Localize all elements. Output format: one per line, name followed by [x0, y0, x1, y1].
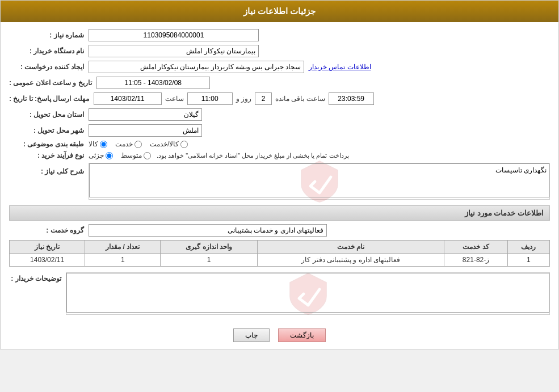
reply-time-label: ساعت — [165, 95, 184, 103]
category-kalakhedmat[interactable]: کالا/خدمت — [150, 140, 188, 148]
category-kalakhedmat-radio[interactable] — [180, 141, 188, 148]
remaining-label: ساعت باقی مانده — [275, 95, 325, 103]
table-row: 1 ز-82-821 فعالیتهای اداره و پشتیبانی دف… — [10, 254, 550, 267]
cell-quantity: 1 — [85, 254, 161, 267]
announce-row: تاریخ و ساعت اعلان عمومی : — [9, 77, 550, 89]
city-label: شهر محل تحویل : — [9, 127, 89, 134]
need-number-input[interactable] — [89, 29, 259, 41]
buyer-org-input[interactable] — [89, 45, 259, 57]
cell-row-num: 1 — [507, 254, 549, 267]
province-label: استان محل تحویل : — [9, 111, 89, 119]
category-khedmat-label: خدمت — [115, 140, 133, 148]
col-quantity: تعداد / مقدار — [85, 241, 161, 254]
page-title: جزئیات اطلاعات نیاز — [243, 6, 316, 16]
process-motavasset-radio[interactable] — [144, 152, 151, 159]
process-label: نوع فرآیند خرید : — [9, 151, 89, 159]
services-section-title: اطلاعات خدمات مورد نیاز — [9, 205, 550, 221]
buyer-desc-textarea[interactable] — [66, 273, 549, 313]
reply-deadline-row: ساعت باقی مانده روز و ساعت مهلت ارسال پا… — [9, 92, 550, 105]
category-kalakhedmat-label: کالا/خدمت — [150, 140, 179, 148]
process-jozii-radio[interactable] — [106, 152, 113, 159]
buyer-desc-row: توضیحات خریدار : — [9, 272, 550, 315]
category-kala-label: کالا — [89, 140, 98, 148]
description-row: نگهداری تاسیسات شرح کلی نیاز : — [9, 163, 550, 200]
contact-link[interactable]: اطلاعات تماس خریدار — [309, 63, 371, 71]
description-textarea[interactable]: نگهداری تاسیسات — [89, 163, 549, 197]
city-input[interactable] — [89, 124, 202, 137]
category-row: کالا/خدمت خدمت کالا طبقه بندی موضوعی : — [9, 140, 550, 148]
cell-unit: 1 — [161, 254, 258, 267]
services-table: ردیف کد خدمت نام خدمت واحد اندازه گیری ت… — [9, 240, 550, 267]
reply-deadline-label: مهلت ارسال پاسخ: تا تاریخ : — [9, 95, 94, 103]
province-row: استان محل تحویل : — [9, 108, 550, 121]
col-row-num: ردیف — [507, 241, 549, 254]
category-label: طبقه بندی موضوعی : — [9, 140, 89, 148]
col-need-date: تاریخ نیاز — [10, 241, 85, 254]
creator-input[interactable] — [89, 61, 304, 73]
content-area: شماره نیاز : نام دستگاه خریدار : اطلاعات… — [1, 22, 558, 322]
category-kala[interactable]: کالا — [89, 140, 107, 148]
process-motavasset[interactable]: متوسط — [121, 151, 151, 159]
remaining-input[interactable] — [329, 92, 374, 105]
page-wrapper: جزئیات اطلاعات نیاز شماره نیاز : نام دست… — [0, 0, 559, 349]
reply-date-input[interactable] — [94, 92, 162, 105]
creator-row: اطلاعات تماس خریدار ایجاد کننده درخواست … — [9, 61, 550, 73]
service-group-label: گروه خدمت : — [9, 226, 89, 234]
province-input[interactable] — [89, 108, 202, 121]
buyer-org-label: نام دستگاه خریدار : — [9, 47, 89, 55]
buyer-desc-label: توضیحات خریدار : — [9, 272, 66, 283]
service-group-row: گروه خدمت : — [9, 224, 550, 237]
back-button[interactable]: بازگشت — [278, 328, 326, 342]
cell-service-code: ز-82-821 — [444, 254, 507, 267]
footer-buttons: بازگشت چاپ — [1, 322, 558, 349]
cell-need-date: 1403/02/11 — [10, 254, 85, 267]
reply-time-input[interactable] — [187, 92, 233, 105]
service-group-input[interactable] — [89, 224, 327, 237]
city-row: شهر محل تحویل : — [9, 124, 550, 137]
col-unit: واحد اندازه گیری — [161, 241, 258, 254]
page-header: جزئیات اطلاعات نیاز — [1, 1, 558, 22]
days-input[interactable] — [255, 92, 272, 105]
process-motavasset-label: متوسط — [121, 151, 142, 159]
cell-service-name: فعالیتهای اداره و پشتیبانی دفتر کار — [257, 254, 444, 267]
process-jozii[interactable]: جزئی — [89, 151, 113, 159]
announce-input[interactable] — [96, 77, 210, 89]
description-label: شرح کلی نیاز : — [9, 163, 89, 175]
services-table-section: ردیف کد خدمت نام خدمت واحد اندازه گیری ت… — [9, 240, 550, 267]
col-service-name: نام خدمت — [257, 241, 444, 254]
category-khedmat[interactable]: خدمت — [115, 140, 142, 148]
buyer-org-row: نام دستگاه خریدار : — [9, 45, 550, 57]
process-jozii-label: جزئی — [89, 151, 104, 159]
announce-label: تاریخ و ساعت اعلان عمومی : — [9, 79, 96, 87]
category-kala-radio[interactable] — [100, 141, 107, 148]
col-service-code: کد خدمت — [444, 241, 507, 254]
creator-label: ایجاد کننده درخواست : — [9, 63, 89, 71]
days-label: روز و — [236, 95, 251, 103]
need-number-label: شماره نیاز : — [9, 31, 89, 39]
print-button[interactable]: چاپ — [233, 328, 270, 342]
category-khedmat-radio[interactable] — [135, 141, 142, 148]
need-number-row: شماره نیاز : — [9, 29, 550, 41]
process-row: پرداخت تمام یا بخشی از مبلغ خریداز محل "… — [9, 151, 550, 159]
